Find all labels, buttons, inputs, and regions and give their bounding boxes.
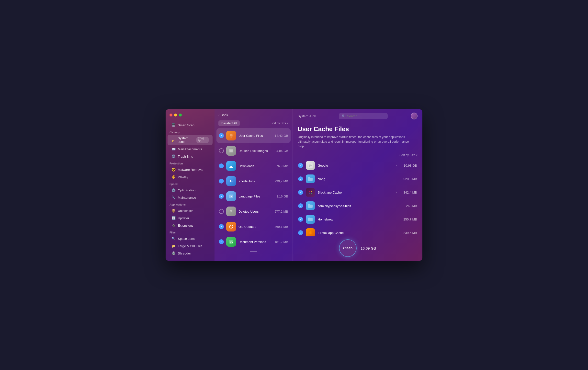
list-item-size: 577,2 MB xyxy=(274,210,288,213)
checkbox-old-updates[interactable] xyxy=(219,224,224,229)
list-item[interactable]: Xcode Junk 290,7 MB xyxy=(216,174,291,188)
homebrew-folder-icon xyxy=(306,215,315,224)
list-item[interactable]: User Cache Files 14,42 GB xyxy=(216,128,291,143)
list-item[interactable]: clang 520,8 MB xyxy=(296,172,419,185)
list-item[interactable]: Unused Disk Images 4,84 GB xyxy=(216,143,291,158)
back-button[interactable]: ‹ Back xyxy=(218,113,228,117)
right-item-name: Homebrew xyxy=(318,218,397,221)
back-label: Back xyxy=(221,113,228,117)
right-sort-button[interactable]: Sort by Size ▾ xyxy=(399,153,418,157)
sidebar-item-large-old-files[interactable]: 📁 Large & Old Files xyxy=(168,243,213,249)
checkbox-language[interactable] xyxy=(219,194,224,199)
old-updates-icon xyxy=(226,222,236,231)
uninstaller-icon: 📦 xyxy=(171,209,175,213)
checkbox-user-cache[interactable] xyxy=(219,133,224,138)
skype-folder-icon xyxy=(306,201,315,210)
system-junk-badge: 27,09 GB xyxy=(196,137,209,143)
list-item[interactable]: Old Updates 369,1 MB xyxy=(216,219,291,234)
list-item-name: User Cache Files xyxy=(238,134,272,138)
sidebar-item-label: Large & Old Files xyxy=(178,244,202,248)
extensions-icon: 🔌 xyxy=(171,223,175,227)
right-item-size: 268 MB xyxy=(400,204,417,208)
sidebar-item-malware-removal[interactable]: ☣️ Malware Removal xyxy=(168,166,213,173)
chevron-icon: › xyxy=(396,191,397,194)
sidebar-item-uninstaller[interactable]: 📦 Uninstaller xyxy=(168,207,213,214)
sidebar-item-label: Updater xyxy=(178,216,189,220)
system-junk-icon: 🧹 xyxy=(171,138,175,142)
sidebar-section-protection: Protection xyxy=(166,160,215,166)
svg-rect-2 xyxy=(230,150,233,152)
deleted-users-icon xyxy=(226,207,236,216)
main-content: ‹ Back Deselect All Sort by Size ▾ xyxy=(215,109,422,261)
right-item-size: 342,4 MB xyxy=(400,191,417,194)
list-item-name: Old Updates xyxy=(238,225,272,229)
list-item-name: Unused Disk Images xyxy=(238,149,274,153)
firefox-icon xyxy=(306,228,315,236)
sidebar-item-optimization[interactable]: ⚙️ Optimization xyxy=(168,187,213,194)
checkbox-document-versions[interactable] xyxy=(219,239,224,244)
checkbox-slack-cache[interactable] xyxy=(298,190,303,195)
smart-scan-icon: 🖥️ xyxy=(171,123,175,127)
checkbox-homebrew[interactable] xyxy=(298,217,303,222)
sidebar-item-maintenance[interactable]: 🔧 Maintenance xyxy=(168,194,213,201)
sidebar-item-label: Malware Removal xyxy=(178,168,203,172)
checkbox-unused-disk[interactable] xyxy=(219,148,224,153)
google-icon xyxy=(306,161,315,170)
checkbox-firefox[interactable] xyxy=(298,230,303,235)
search-bar[interactable]: 🔍 xyxy=(339,113,388,119)
checkbox-deleted-users[interactable] xyxy=(219,209,224,214)
svg-rect-9 xyxy=(308,163,313,168)
sidebar: 🖥️ Smart Scan Cleanup 🧹 System Junk 27,0… xyxy=(166,109,215,261)
right-list: Google › 10,98 GB clang 520,8 MB xyxy=(293,159,422,236)
document-versions-icon xyxy=(226,237,236,247)
svg-point-11 xyxy=(311,193,312,194)
sidebar-item-extensions[interactable]: 🔌 Extensions xyxy=(168,222,213,229)
close-button[interactable] xyxy=(170,114,172,116)
middle-panel-header: ‹ Back xyxy=(215,109,293,119)
middle-sort-button[interactable]: Sort by Size ▾ xyxy=(271,122,289,125)
list-item[interactable]: Google › 10,98 GB xyxy=(296,159,419,172)
checkbox-skype[interactable] xyxy=(298,203,303,208)
maintenance-icon: 🔧 xyxy=(171,196,175,199)
checkbox-google[interactable] xyxy=(298,163,303,168)
svg-point-12 xyxy=(309,193,310,194)
sidebar-item-smart-scan[interactable]: 🖥️ Smart Scan xyxy=(168,122,213,128)
list-item[interactable]: A Language Files 1,16 GB xyxy=(216,189,291,204)
middle-toolbar: Deselect All Sort by Size ▾ xyxy=(215,119,293,128)
minimize-button[interactable] xyxy=(174,114,177,116)
checkbox-xcode[interactable] xyxy=(219,179,224,184)
list-item[interactable]: Firefox.app Cache 239,6 MB xyxy=(296,226,419,236)
avatar[interactable] xyxy=(411,113,418,119)
content-description: Originally intended to improve startup t… xyxy=(298,135,415,149)
list-item[interactable]: Downloads 76,9 MB xyxy=(216,159,291,173)
checkbox-downloads[interactable] xyxy=(219,163,224,168)
clean-button[interactable]: Clean xyxy=(339,239,357,257)
right-item-size: 250,7 MB xyxy=(400,218,417,221)
list-item[interactable]: Homebrew 250,7 MB xyxy=(296,213,419,226)
sidebar-item-mail-attachments[interactable]: ✉️ Mail Attachments xyxy=(168,146,213,152)
list-item-size: 290,7 MB xyxy=(274,179,288,183)
svg-text:A: A xyxy=(230,195,232,198)
sidebar-item-label: System Junk xyxy=(178,136,194,144)
sidebar-item-privacy[interactable]: 🖐️ Privacy xyxy=(168,173,213,180)
sidebar-item-system-junk[interactable]: 🧹 System Junk 27,09 GB xyxy=(168,135,213,145)
list-item-size: 1,16 GB xyxy=(276,195,288,198)
sidebar-item-shredder[interactable]: 🖨️ Shredder xyxy=(168,250,213,257)
sidebar-item-updater[interactable]: 🔄 Updater xyxy=(168,215,213,221)
fullscreen-button[interactable] xyxy=(179,114,182,116)
list-item[interactable]: com.skype.skype.ShipIt 268 MB xyxy=(296,199,419,212)
sidebar-item-label: Shredder xyxy=(178,252,191,255)
sidebar-item-trash-bins[interactable]: 🗑️ Trash Bins xyxy=(168,153,213,160)
optimization-icon: ⚙️ xyxy=(171,188,175,192)
list-item[interactable]: Deleted Users 577,2 MB xyxy=(216,204,291,219)
language-icon: A xyxy=(226,191,236,201)
user-cache-icon xyxy=(226,131,236,140)
deselect-all-button[interactable]: Deselect All xyxy=(218,120,240,126)
list-item[interactable]: Document Versions 181,2 MB xyxy=(216,234,291,249)
list-item[interactable]: Slack.app Cache › 342,4 MB xyxy=(296,186,419,199)
checkbox-clang[interactable] xyxy=(298,176,303,181)
middle-list: User Cache Files 14,42 GB Unused Disk Im… xyxy=(215,128,293,261)
search-input[interactable] xyxy=(347,114,385,118)
sidebar-item-space-lens[interactable]: 🔍 Space Lens xyxy=(168,235,213,242)
sidebar-section-applications: Applications xyxy=(166,201,215,207)
